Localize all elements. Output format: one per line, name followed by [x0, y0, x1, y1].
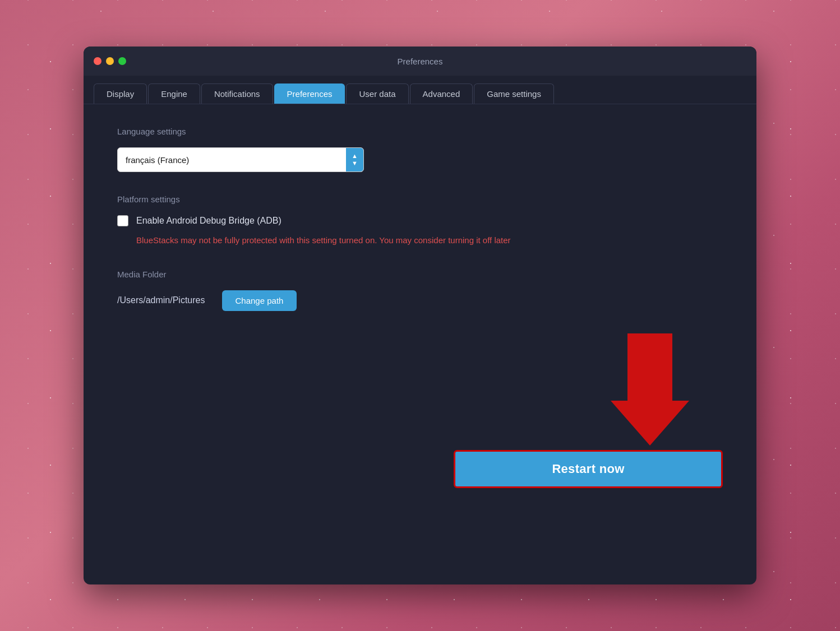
media-folder-section: Media Folder /Users/admin/Pictures Chang…: [117, 270, 723, 311]
select-arrows-icon: ▲ ▼: [346, 148, 363, 171]
restart-now-button[interactable]: Restart now: [454, 450, 723, 488]
language-select[interactable]: English (US) English (UK) français (Fran…: [118, 150, 346, 170]
window-title: Preferences: [398, 57, 443, 66]
red-arrow-indicator: [611, 333, 689, 446]
adb-checkbox[interactable]: [117, 215, 128, 226]
restart-button-wrapper: Restart now: [454, 450, 723, 488]
media-path-value: /Users/admin/Pictures: [117, 295, 205, 305]
media-row: /Users/admin/Pictures Change path: [117, 290, 723, 311]
content-area: Language settings English (US) English (…: [84, 104, 756, 584]
tab-display[interactable]: Display: [94, 83, 147, 104]
close-button[interactable]: [94, 57, 101, 65]
change-path-button[interactable]: Change path: [222, 290, 297, 311]
arrow-head: [611, 401, 689, 446]
media-folder-label: Media Folder: [117, 270, 723, 279]
language-settings-label: Language settings: [117, 127, 723, 136]
platform-settings-label: Platform settings: [117, 194, 723, 204]
language-select-control[interactable]: English (US) English (UK) français (Fran…: [117, 147, 364, 172]
adb-warning: BlueStacks may not be fully protected wi…: [136, 234, 529, 247]
minimize-button[interactable]: [106, 57, 114, 65]
window-controls: [94, 57, 126, 65]
tab-game-settings[interactable]: Game settings: [474, 83, 554, 104]
preferences-window: Preferences Display Engine Notifications…: [84, 47, 756, 584]
bottom-area: Restart now: [117, 333, 723, 488]
tab-notifications[interactable]: Notifications: [201, 83, 273, 104]
tab-user-data[interactable]: User data: [346, 83, 408, 104]
tab-preferences[interactable]: Preferences: [274, 83, 345, 104]
adb-label: Enable Android Debug Bridge (ADB): [136, 216, 281, 226]
arrow-shaft: [627, 333, 672, 401]
tab-engine[interactable]: Engine: [148, 83, 200, 104]
language-select-wrapper: English (US) English (UK) français (Fran…: [117, 147, 723, 172]
titlebar: Preferences: [84, 47, 756, 76]
platform-settings-section: Platform settings Enable Android Debug B…: [117, 194, 723, 247]
maximize-button[interactable]: [118, 57, 126, 65]
adb-checkbox-row: Enable Android Debug Bridge (ADB): [117, 215, 723, 226]
tab-advanced[interactable]: Advanced: [410, 83, 473, 104]
tabs-bar: Display Engine Notifications Preferences…: [84, 76, 756, 104]
